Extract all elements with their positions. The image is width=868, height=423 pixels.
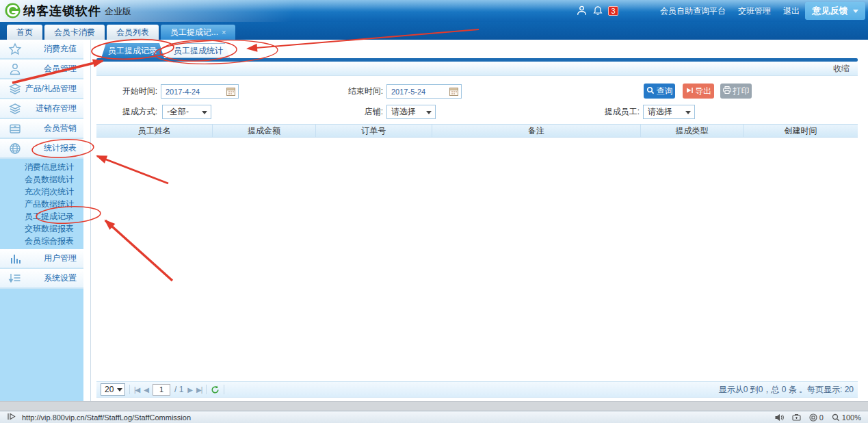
feedback-label: 意见反馈 (813, 5, 848, 17)
commission-method-select[interactable]: -全部- (162, 105, 211, 119)
star-icon (8, 42, 25, 56)
sidebar-subitem-staff-commission-records[interactable]: 员工提成记录 (0, 210, 83, 222)
search-icon (646, 86, 655, 97)
pager-summary: 显示从0 到0，总 0 条 。每页显示: 20 (719, 384, 854, 396)
app-logo: 纳客连锁软件 企业版 (4, 2, 131, 19)
calendar-icon[interactable] (226, 87, 235, 96)
sidebar-item-statistics-reports[interactable]: 统计报表 (0, 139, 83, 159)
first-page-icon[interactable]: |◀ (134, 386, 140, 394)
toolbox-icon[interactable] (792, 413, 801, 421)
sidebar-subitem-member-comprehensive-report[interactable]: 会员综合报表 (0, 235, 83, 247)
page-size-select[interactable]: 20 (101, 383, 125, 396)
last-page-icon[interactable]: ▶| (196, 386, 202, 394)
export-button[interactable]: 导出 (683, 84, 714, 99)
sidebar-item-member-management[interactable]: 会员管理 (0, 60, 83, 79)
column-header-1[interactable]: 提成金额 (213, 125, 315, 137)
bell-icon[interactable] (592, 5, 603, 16)
sidebar-item-label: 消费充值 (25, 43, 83, 55)
sidebar-item-label: 产品/礼品管理 (25, 83, 83, 94)
start-date-input[interactable]: 2017-4-24 (161, 84, 239, 99)
chevron-down-icon (117, 388, 122, 394)
link-logout[interactable]: 退出 (783, 5, 800, 17)
app-window: 纳客连锁软件 企业版 3 会员自助查询平台 交班管理 退出 意见反馈 首页会员卡… (0, 0, 868, 423)
sidebar-item-label: 系统设置 (25, 272, 83, 284)
sidebar: 消费充值会员管理产品/礼品管理进销存管理会员营销统计报表 消费信息统计会员数据统… (0, 40, 91, 401)
logo-text: 纳客连锁软件 (23, 3, 101, 19)
top-tab-home[interactable]: 首页 (7, 25, 42, 40)
app-header: 纳客连锁软件 企业版 3 会员自助查询平台 交班管理 退出 意见反馈 (0, 0, 868, 22)
pagination-bar: 20 |◀ ◀ / 1 ▶ ▶| 显示从0 到0，总 0 条 。每页显示: (96, 381, 858, 398)
print-button[interactable]: 打印 (720, 84, 752, 99)
toolbar-strip: 收缩 (96, 62, 858, 76)
top-tab-member-card-consume[interactable]: 会员卡消费 (44, 25, 105, 40)
sidebar-item-consume-recharge[interactable]: 消费充值 (0, 40, 83, 60)
sidebar-subitem-member-data-stats[interactable]: 会员数据统计 (0, 173, 83, 185)
export-icon (685, 86, 693, 96)
sidebar-item-label: 统计报表 (25, 142, 83, 154)
sidebar-subitem-recharge-consume-count-stats[interactable]: 充次消次统计 (0, 185, 83, 198)
sidebar-subitem-consumption-info-stats[interactable]: 消费信息统计 (0, 161, 83, 173)
start-date-label: 开始时间: (103, 84, 157, 99)
sidebar-item-label: 会员管理 (25, 63, 83, 75)
end-date-input[interactable]: 2017-5-24 (386, 84, 462, 99)
column-header-2[interactable]: 订单号 (316, 125, 432, 137)
refresh-icon[interactable] (211, 385, 220, 394)
top-tab-member-list[interactable]: 会员列表 (107, 25, 159, 40)
sidebar-item-system-settings[interactable]: 系统设置 (0, 269, 83, 289)
column-header-4[interactable]: 提成类型 (641, 125, 744, 137)
zoom-level[interactable]: 100% (832, 413, 861, 422)
status-right-icons: 0 100% (774, 413, 861, 422)
console-error-count: 0 (819, 413, 824, 422)
calendar-icon[interactable] (449, 87, 458, 96)
commission-staff-select[interactable]: 请选择 (643, 105, 695, 119)
sidebar-subitem-shift-data-report[interactable]: 交班数据报表 (0, 222, 83, 235)
speaker-icon[interactable] (774, 413, 784, 422)
sidebar-subitem-product-data-stats[interactable]: 产品数据统计 (0, 198, 83, 210)
sidebar-item-label: 会员营销 (25, 123, 83, 134)
next-page-icon[interactable]: ▶ (187, 386, 192, 394)
print-icon (723, 86, 731, 96)
settings-list-icon (8, 272, 25, 285)
feedback-button[interactable]: 意见反馈 (805, 2, 865, 20)
sidebar-item-user-management[interactable]: 用户管理 (0, 249, 83, 269)
column-header-5[interactable]: 创建时间 (744, 125, 858, 137)
sidebar-item-product-gift-management[interactable]: 产品/礼品管理 (0, 79, 83, 99)
store-value: 请选择 (391, 106, 416, 118)
close-tab-icon[interactable]: × (222, 29, 226, 36)
notification-badge[interactable]: 3 (608, 6, 618, 16)
link-shift-management[interactable]: 交班管理 (738, 5, 771, 17)
tab-label: 首页 (16, 25, 33, 40)
sidebar-item-member-marketing[interactable]: 会员营销 (0, 119, 83, 139)
globe-icon (8, 142, 25, 155)
commission-staff-value: 请选择 (648, 106, 672, 118)
filter-panel: 开始时间: 2017-4-24 结束时间: 2017-5-24 (96, 76, 858, 124)
tab-staff-commission-records[interactable]: 员工提成记录 (101, 43, 164, 58)
commission-staff-label: 提成员工: (585, 105, 640, 119)
chevron-down-icon (853, 10, 858, 16)
layers-icon (8, 102, 25, 116)
commission-method-value: -全部- (167, 106, 189, 118)
prev-page-icon[interactable]: ◀ (144, 386, 148, 394)
console-errors-icon[interactable]: 0 (809, 413, 824, 422)
divider (129, 385, 130, 394)
user-icon[interactable] (576, 5, 588, 16)
sidebar-item-inventory-management[interactable]: 进销存管理 (0, 99, 83, 119)
link-member-self-service[interactable]: 会员自助查询平台 (660, 5, 726, 17)
column-header-3[interactable]: 备注 (432, 125, 641, 137)
tab-staff-commission-stats[interactable]: 员工提成统计 (167, 43, 230, 58)
content-tab-bar: 员工提成记录 员工提成统计 (96, 40, 858, 58)
store-select[interactable]: 请选择 (386, 105, 436, 119)
chevron-down-icon (685, 111, 691, 117)
divider (206, 385, 207, 394)
collapse-link[interactable]: 收缩 (833, 63, 850, 75)
chevron-down-icon (202, 111, 207, 117)
user-icon (8, 62, 25, 76)
page-number-input[interactable] (153, 384, 170, 396)
top-tab-bar: 首页会员卡消费会员列表员工提成记...× (0, 22, 868, 40)
end-date-value: 2017-5-24 (391, 88, 449, 96)
top-tab-staff-commission[interactable]: 员工提成记...× (161, 25, 235, 40)
column-header-0[interactable]: 员工姓名 (96, 125, 213, 137)
table-body (96, 138, 858, 381)
drawer-icon (8, 122, 25, 136)
search-button[interactable]: 查询 (644, 84, 675, 99)
